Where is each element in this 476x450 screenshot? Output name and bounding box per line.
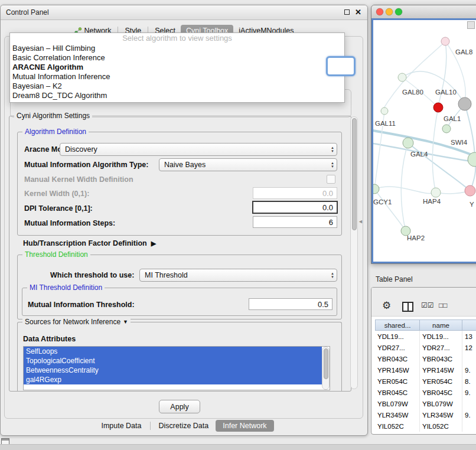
network-node[interactable] (398, 73, 406, 81)
close-icon[interactable]: ✕ (355, 9, 361, 15)
list-scrollbar-thumb[interactable] (324, 348, 328, 379)
cell[interactable]: YLR345W (420, 409, 462, 420)
cell[interactable]: YIL052C (375, 420, 420, 432)
list-item[interactable]: SelfLoops (24, 347, 322, 356)
table-row[interactable]: YDR27... YDR27... 12 (375, 342, 476, 353)
tab-infer-network[interactable]: Infer Network (216, 420, 273, 432)
birdseye-toggle-icon[interactable] (467, 21, 475, 29)
list-item[interactable]: BetweennessCentrality (24, 366, 322, 375)
table-row[interactable]: YIL052C YIL052C (375, 420, 476, 432)
cell[interactable]: YPR145W (375, 364, 420, 376)
network-node[interactable] (431, 188, 441, 197)
node-label: GCY1 (373, 198, 392, 206)
table-row[interactable]: YPR145W YPR145W 9. (375, 364, 476, 376)
mi-steps-field[interactable]: 6 (253, 216, 337, 228)
mac-close-button[interactable] (376, 8, 383, 15)
list-item[interactable]: TopologicalCoefficient (24, 356, 322, 366)
algorithm-option[interactable]: Basic Correlation Inference (10, 53, 344, 63)
mi-steps-label: Mutual Information Steps: (24, 219, 115, 227)
column-header-partial[interactable] (462, 319, 476, 331)
cell[interactable]: 9. (462, 409, 476, 420)
combo-value: MI Threshold (145, 271, 188, 279)
cell[interactable]: YER054C (375, 376, 420, 387)
cell[interactable]: YLR345W (375, 409, 420, 420)
cell[interactable] (462, 420, 476, 432)
cell[interactable] (462, 398, 476, 409)
network-node[interactable] (465, 185, 475, 196)
hub-section-toggle[interactable]: Hub/Transcription Factor Definition ▶ (23, 239, 156, 247)
cell[interactable]: 9. (462, 364, 476, 376)
settings-scrollbar-thumb[interactable] (352, 118, 357, 230)
apply-button[interactable]: Apply (159, 400, 200, 413)
mi-algorithm-type-combo[interactable]: Naive Bayes ▲▼ (159, 158, 337, 171)
table-panel-window: ⚙ ☑☑ □□ shared... name YDL19... YDL19...… (371, 287, 476, 435)
cell[interactable]: YIL052C (420, 420, 462, 432)
aracne-mode-combo[interactable]: Discovery ▲▼ (60, 143, 337, 156)
float-window-icon[interactable] (344, 9, 350, 15)
cell[interactable] (462, 353, 476, 364)
select-all-checkboxes-icon[interactable]: ☑☑ (421, 301, 434, 309)
network-node[interactable] (403, 138, 413, 148)
cell[interactable]: YBR043C (375, 353, 420, 364)
cell[interactable]: YDL19... (420, 331, 462, 342)
dpi-tolerance-field[interactable]: 0.0 (252, 201, 338, 214)
network-canvas[interactable]: GAL8 GAL80 GAL10 GAL11 GAL1 SWI4 GAL4 GC… (371, 18, 476, 263)
algorithm-option[interactable]: Mutual Information Inference (10, 72, 344, 81)
cell[interactable]: YPR145W (420, 364, 462, 376)
network-window-titlebar[interactable] (371, 5, 476, 19)
control-panel-titlebar[interactable]: Control Panel ✕ (1, 5, 367, 20)
network-node[interactable] (381, 107, 388, 115)
tab-discretize-data[interactable]: Discretize Data (152, 420, 216, 432)
cell[interactable]: 8. (462, 376, 476, 387)
mac-minimize-button[interactable] (386, 8, 393, 15)
cell[interactable]: YBR043C (420, 353, 462, 364)
table-row[interactable]: YLR345W YLR345W 9. (375, 409, 476, 420)
algorithm-option[interactable]: Bayesian – K2 (10, 81, 344, 91)
cell[interactable]: 9. (462, 387, 476, 398)
column-layout-icon[interactable] (402, 302, 413, 312)
cell[interactable]: YBR045C (420, 387, 462, 398)
cell[interactable]: YDR27... (420, 342, 462, 353)
list-scrollbar[interactable] (322, 347, 330, 390)
network-node[interactable] (373, 184, 379, 194)
algorithm-option-selected[interactable]: ARACNE Algorithm (10, 63, 344, 72)
focused-spinner[interactable] (326, 56, 356, 76)
table-row[interactable]: YBR045C YBR045C 9. (375, 387, 476, 398)
cell[interactable]: 13 (462, 331, 476, 342)
settings-scrollbar[interactable] (350, 116, 358, 389)
network-node[interactable] (441, 37, 449, 45)
mi-threshold-field[interactable]: 0.5 (249, 298, 332, 310)
tab-impute-data[interactable]: Impute Data (94, 420, 148, 432)
algorithm-option[interactable]: Bayesian – Hill Climbing (10, 44, 344, 53)
deselect-all-checkboxes-icon[interactable]: □□ (439, 301, 448, 309)
network-node-selected[interactable] (433, 103, 443, 112)
cell[interactable]: YDL19... (375, 331, 420, 342)
table-row[interactable]: YBR043C YBR043C (375, 353, 476, 364)
cell[interactable]: YBR045C (375, 387, 420, 398)
table-row[interactable]: YBL079W YBL079W (375, 398, 476, 409)
which-threshold-combo[interactable]: MI Threshold ▲▼ (139, 269, 337, 282)
node-label: HAP2 (407, 234, 425, 242)
algorithm-option[interactable]: Dream8 DC_TDC Algorithm (10, 91, 344, 100)
cell[interactable]: YDR27... (375, 342, 420, 353)
gear-icon[interactable]: ⚙ (382, 299, 391, 312)
cell[interactable]: 12 (462, 342, 476, 353)
node-label: HAP4 (423, 198, 441, 205)
table-row[interactable]: YER054C YER054C 8. (375, 376, 476, 387)
network-node[interactable] (458, 97, 471, 110)
column-header-name[interactable]: name (420, 319, 462, 331)
cell[interactable]: YBL079W (375, 398, 420, 409)
cell[interactable]: YBL079W (420, 398, 462, 409)
mac-zoom-button[interactable] (395, 8, 402, 15)
sources-toggle[interactable]: Sources for Network Inference ▼ (22, 318, 131, 326)
panel-collapse-arrow[interactable]: ◄ (358, 219, 363, 224)
cell[interactable]: YER054C (420, 376, 462, 387)
network-node[interactable] (442, 125, 451, 133)
list-item[interactable]: gal4RGexp (24, 375, 322, 384)
column-header-shared-name[interactable]: shared... (375, 319, 420, 331)
manual-kernel-checkbox[interactable] (327, 175, 335, 184)
table-row[interactable]: YDL19... YDL19... 13 (375, 331, 476, 342)
expand-down-icon: ▼ (123, 319, 128, 325)
which-threshold-label: Which threshold to use: (50, 271, 134, 279)
kernel-width-field[interactable]: 0.0 (253, 187, 337, 199)
